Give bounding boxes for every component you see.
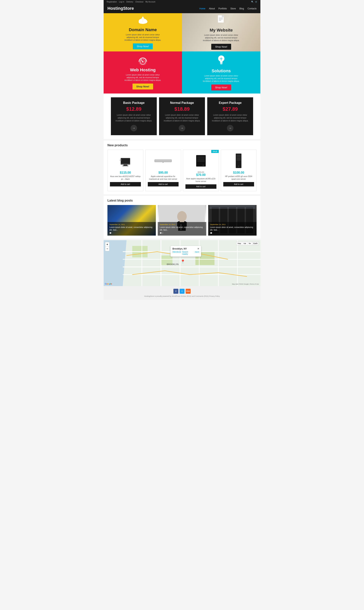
map-popup-location: Brooklyn, NY	[172, 247, 187, 250]
svg-rect-41	[236, 156, 241, 157]
hero-hosting-btn[interactable]: Shop Now!	[132, 84, 153, 90]
blog-2-overlay: September 14, 2011 Lorem ipsum dolor sit…	[158, 222, 206, 235]
gauge-icon	[137, 56, 149, 65]
svg-rect-43	[236, 159, 241, 160]
nav-store[interactable]: Store	[230, 7, 236, 10]
blog-post-2[interactable]: September 14, 2011 Lorem ipsum dolor sit…	[158, 205, 206, 235]
product-4-image	[223, 152, 254, 169]
package-normal-price: $18.89	[162, 106, 202, 112]
svg-point-31	[163, 162, 163, 163]
product-4-name: HP proliant ml350 g6 xeon 5504 quad core…	[223, 175, 254, 181]
map-zoom-in[interactable]: +	[105, 242, 109, 247]
product-2-name: Apple external superdrive for macbook ai…	[148, 175, 179, 181]
nav-portfolio[interactable]: Portfolio	[219, 7, 227, 10]
svg-text:BROOKLYN: BROOKLYN	[167, 263, 179, 265]
twitter-icon[interactable]: t	[180, 289, 184, 294]
google-logo: Google	[105, 283, 112, 285]
hero-website: My Website Lorem ipsum dolor sit amet co…	[182, 13, 260, 52]
package-normal-btn[interactable]: →	[179, 125, 185, 131]
map-tab-map[interactable]: Map	[236, 242, 242, 245]
package-expert-desc: Lorem ipsum dolor sit amet conse ctetur …	[210, 114, 250, 122]
hero-website-desc: Lorem ipsum dolor sit amet conse ctetur …	[202, 34, 240, 42]
cart-icon[interactable]: 🛒	[255, 1, 257, 3]
topbar-registration[interactable]: Registration	[107, 1, 117, 3]
map-tab-sat[interactable]: Sat	[242, 242, 247, 245]
main-nav: Home About Portfolio Store Blog Contacts	[196, 7, 257, 10]
product-3-name: Acer aspire easystore ah340-u21h home se…	[185, 177, 216, 183]
product-3-add-cart[interactable]: Add to cart	[185, 184, 216, 189]
nav-about[interactable]: About	[209, 7, 215, 10]
top-bar: Registration Log In Delivery Checkout My…	[104, 0, 260, 4]
footer-text: HostingStore is proudly powered by WordP…	[107, 295, 257, 297]
blog-post-1[interactable]: September 14, 2011 Lorem ipsum dolor sit…	[107, 205, 156, 235]
sale-badge: SALE	[211, 150, 219, 153]
hero-hosting-desc: Lorem ipsum dolor sit amet conse ctetur …	[124, 74, 162, 82]
topbar-login[interactable]: Log In	[119, 1, 124, 3]
package-basic-name: Basic Package	[114, 101, 154, 104]
search-icon[interactable]: 🔍	[251, 1, 254, 3]
top-bar-links: Registration Log In Delivery Checkout My…	[107, 1, 157, 3]
site-logo[interactable]: HostingStore	[107, 6, 134, 11]
hero-hosting: Web Hosting Lorem ipsum dolor sit amet c…	[104, 52, 182, 93]
map-nearby-link[interactable]: Search nearby	[182, 251, 194, 255]
package-normal-name: Normal Package	[162, 101, 202, 104]
svg-rect-35	[197, 158, 205, 160]
svg-rect-26	[121, 158, 130, 164]
map-tab-ter[interactable]: Ter	[247, 242, 252, 245]
hero-grid: Domain Name Lorem ipsum dolor sit amet c…	[104, 13, 260, 93]
map-attribution: Map data ©2016 Google | Terms of Use	[232, 283, 259, 285]
product-4-add-cart[interactable]: Add to cart	[223, 182, 254, 186]
topbar-delivery[interactable]: Delivery	[126, 1, 133, 3]
svg-rect-36	[197, 160, 205, 162]
svg-rect-30	[155, 160, 171, 162]
hero-website-btn[interactable]: Shop Now!	[211, 44, 231, 50]
blog-1-date: September 14, 2011	[109, 223, 154, 225]
blog-post-3[interactable]: September 14, 2011 Lorem ipsum dolor sit…	[208, 205, 257, 235]
hero-hosting-title: Web Hosting	[130, 67, 156, 72]
map-popup-close[interactable]: ✕	[197, 247, 199, 250]
nav-blog[interactable]: Blog	[239, 7, 244, 10]
svg-point-15	[142, 59, 143, 60]
svg-point-37	[203, 165, 204, 166]
svg-rect-25	[123, 166, 128, 166]
blog-3-overlay: September 14, 2011 Lorem ipsum dolor sit…	[208, 222, 257, 235]
product-2-add-cart[interactable]: Add to cart	[148, 182, 179, 186]
blog-3-comment: 💬	[210, 232, 255, 234]
topbar-myaccount[interactable]: My Account	[145, 1, 156, 3]
product-3-price: $70.00	[185, 173, 216, 177]
blog-2-text: Lorem ipsum dolor sit amet, consectetur …	[160, 226, 204, 231]
svg-rect-40	[236, 155, 241, 156]
map-more-link[interactable]: more	[195, 251, 199, 255]
map-directions-link[interactable]: Directions	[172, 251, 181, 255]
hero-domain-title: Domain Name	[129, 27, 157, 32]
header: HostingStore Home About Portfolio Store …	[104, 4, 260, 13]
blog-1-text: Lorem ipsum dolor sit amet, consectetur …	[109, 226, 154, 231]
package-expert-price: $27.89	[210, 106, 250, 112]
package-basic-btn[interactable]: →	[130, 125, 137, 131]
hero-domain-btn[interactable]: Shop Now!	[133, 43, 153, 49]
package-basic-desc: Lorem ipsum dolor sit amet conse ctetur …	[114, 114, 154, 122]
svg-rect-34	[197, 156, 205, 158]
map-pin: 📍	[181, 259, 185, 264]
hero-domain: Domain Name Lorem ipsum dolor sit amet c…	[104, 13, 182, 52]
map-tab-earth[interactable]: Earth	[252, 242, 259, 245]
blog-3-text: Lorem ipsum dolor sit amet, consectetur …	[210, 226, 255, 231]
nav-contacts[interactable]: Contacts	[247, 7, 257, 10]
facebook-icon[interactable]: f	[173, 289, 178, 294]
svg-rect-19	[220, 63, 222, 64]
map-section: BROOKLYN Brooklyn, NY ✕ Directions Searc…	[104, 240, 260, 286]
topbar-checkout[interactable]: Checkout	[135, 1, 143, 3]
package-expert-btn[interactable]: →	[227, 125, 234, 131]
package-basic-price: $12.89	[114, 106, 154, 112]
product-1-image	[110, 152, 141, 169]
nav-home[interactable]: Home	[199, 7, 205, 10]
hero-website-title: My Website	[210, 28, 233, 33]
map-zoom-out[interactable]: −	[105, 247, 109, 251]
product-4-price: $100.00	[223, 171, 254, 174]
rss-icon[interactable]: RSS	[186, 289, 191, 294]
svg-rect-58	[209, 205, 255, 209]
hero-solutions-title: Solutions	[212, 68, 231, 73]
product-1-add-cart[interactable]: Add to cart	[110, 182, 141, 186]
hero-solutions-btn[interactable]: Shop Now!	[211, 85, 231, 91]
top-bar-icons: 🔍 🛒	[251, 1, 257, 3]
